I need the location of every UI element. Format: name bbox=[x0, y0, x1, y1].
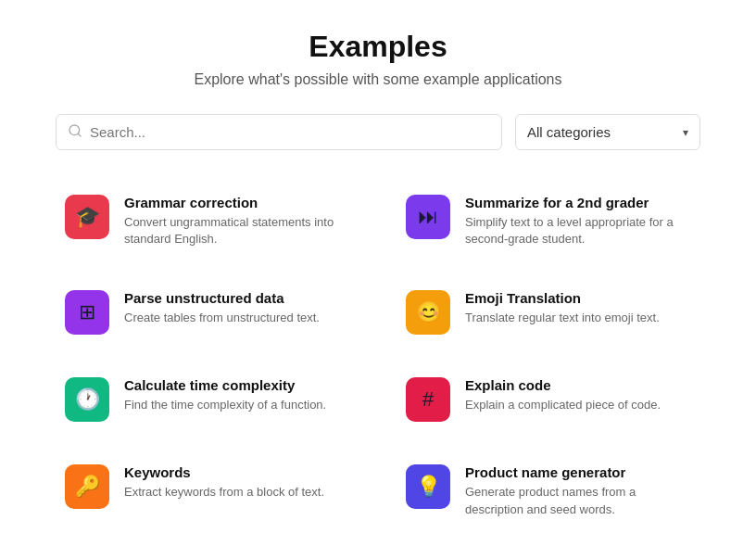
card-text-calculate-time-complexity: Calculate time complexity Find the time … bbox=[124, 377, 326, 413]
card-emoji-translation[interactable]: 😊 Emoji Translation Translate regular te… bbox=[397, 273, 700, 351]
card-parse-unstructured-data[interactable]: ⊞ Parse unstructured data Create tables … bbox=[56, 273, 359, 351]
card-explain-code[interactable]: # Explain code Explain a complicated pie… bbox=[397, 361, 700, 438]
search-icon bbox=[68, 123, 82, 142]
card-icon-emoji-translation: 😊 bbox=[406, 290, 450, 335]
card-calculate-time-complexity[interactable]: 🕐 Calculate time complexity Find the tim… bbox=[56, 361, 359, 438]
card-desc-product-name-generator: Generate product names from a descriptio… bbox=[465, 484, 691, 517]
card-desc-calculate-time-complexity: Find the time complexity of a function. bbox=[124, 397, 326, 413]
card-icon-parse-unstructured-data: ⊞ bbox=[65, 290, 109, 335]
card-text-summarize-2nd-grader: Summarize for a 2nd grader Simplify text… bbox=[465, 195, 691, 247]
page-title: Examples bbox=[56, 30, 700, 64]
search-input[interactable] bbox=[90, 115, 490, 149]
card-title-emoji-translation: Emoji Translation bbox=[465, 290, 660, 306]
card-title-grammar-correction: Grammar correction bbox=[124, 195, 350, 210]
card-grammar-correction[interactable]: 🎓 Grammar correction Convert ungrammatic… bbox=[56, 178, 359, 264]
card-text-explain-code: Explain code Explain a complicated piece… bbox=[465, 377, 661, 413]
card-keywords[interactable]: 🔑 Keywords Extract keywords from a block… bbox=[56, 448, 359, 533]
card-text-parse-unstructured-data: Parse unstructured data Create tables fr… bbox=[124, 290, 320, 326]
card-desc-grammar-correction: Convert ungrammatical statements into st… bbox=[124, 214, 350, 247]
card-icon-explain-code: # bbox=[406, 377, 450, 422]
examples-grid: 🎓 Grammar correction Convert ungrammatic… bbox=[56, 178, 700, 533]
search-input-wrap bbox=[56, 114, 502, 150]
card-title-explain-code: Explain code bbox=[465, 377, 661, 393]
card-icon-calculate-time-complexity: 🕐 bbox=[65, 377, 109, 422]
card-desc-keywords: Extract keywords from a block of text. bbox=[124, 484, 324, 501]
card-product-name-generator[interactable]: 💡 Product name generator Generate produc… bbox=[397, 448, 700, 533]
card-text-keywords: Keywords Extract keywords from a block o… bbox=[124, 464, 324, 501]
card-icon-keywords: 🔑 bbox=[65, 464, 109, 509]
page-header: Examples Explore what's possible with so… bbox=[56, 30, 700, 88]
card-desc-parse-unstructured-data: Create tables from unstructured text. bbox=[124, 310, 320, 326]
card-icon-grammar-correction: 🎓 bbox=[65, 195, 109, 239]
category-select[interactable]: All categoriesTextCodeDataTranslation bbox=[527, 115, 683, 149]
svg-line-1 bbox=[78, 133, 81, 136]
card-summarize-2nd-grader[interactable]: ⏭ Summarize for a 2nd grader Simplify te… bbox=[397, 178, 700, 264]
card-desc-summarize-2nd-grader: Simplify text to a level appropriate for… bbox=[465, 214, 691, 247]
chevron-down-icon: ▾ bbox=[683, 126, 688, 139]
card-title-product-name-generator: Product name generator bbox=[465, 464, 691, 480]
card-title-keywords: Keywords bbox=[124, 464, 324, 480]
card-desc-emoji-translation: Translate regular text into emoji text. bbox=[465, 310, 660, 326]
category-select-wrap[interactable]: All categoriesTextCodeDataTranslation ▾ bbox=[515, 114, 700, 150]
card-title-calculate-time-complexity: Calculate time complexity bbox=[124, 377, 326, 393]
card-text-emoji-translation: Emoji Translation Translate regular text… bbox=[465, 290, 660, 326]
page-container: Examples Explore what's possible with so… bbox=[0, 0, 756, 533]
card-title-summarize-2nd-grader: Summarize for a 2nd grader bbox=[465, 195, 691, 210]
card-icon-summarize-2nd-grader: ⏭ bbox=[406, 195, 450, 239]
page-subtitle: Explore what's possible with some exampl… bbox=[56, 71, 700, 88]
card-title-parse-unstructured-data: Parse unstructured data bbox=[124, 290, 320, 306]
card-icon-product-name-generator: 💡 bbox=[406, 464, 450, 509]
card-text-product-name-generator: Product name generator Generate product … bbox=[465, 464, 691, 517]
search-row: All categoriesTextCodeDataTranslation ▾ bbox=[56, 114, 700, 150]
card-desc-explain-code: Explain a complicated piece of code. bbox=[465, 397, 661, 413]
card-text-grammar-correction: Grammar correction Convert ungrammatical… bbox=[124, 195, 350, 247]
